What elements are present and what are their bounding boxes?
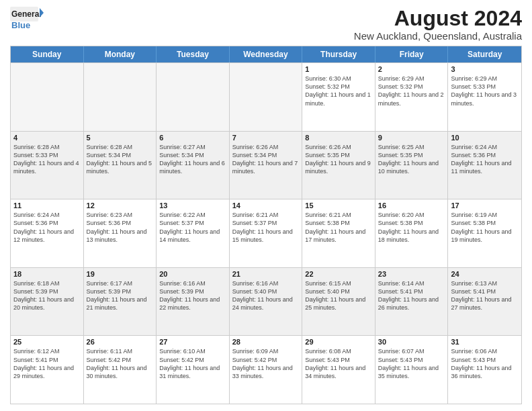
day-number: 21	[232, 270, 300, 278]
day-info: Sunrise: 6:09 AM Sunset: 5:42 PM Dayligh…	[232, 347, 300, 380]
svg-text:General: General	[11, 9, 42, 19]
day-cell-8: 8Sunrise: 6:26 AM Sunset: 5:35 PM Daylig…	[302, 132, 375, 199]
day-number: 11	[13, 201, 81, 210]
day-number: 16	[378, 201, 445, 210]
day-number: 7	[232, 134, 300, 142]
logo: General Blue	[10, 7, 44, 36]
day-number: 26	[87, 338, 154, 346]
day-cell-18: 18Sunrise: 6:18 AM Sunset: 5:39 PM Dayli…	[11, 268, 84, 336]
day-info: Sunrise: 6:08 AM Sunset: 5:43 PM Dayligh…	[305, 347, 372, 380]
day-cell-21: 21Sunrise: 6:16 AM Sunset: 5:40 PM Dayli…	[230, 268, 303, 336]
day-cell-6: 6Sunrise: 6:27 AM Sunset: 5:34 PM Daylig…	[157, 132, 230, 199]
logo-svg: General Blue	[10, 7, 44, 36]
header-day-tuesday: Tuesday	[157, 46, 230, 62]
day-number: 10	[451, 134, 519, 142]
day-info: Sunrise: 6:11 AM Sunset: 5:42 PM Dayligh…	[87, 347, 154, 380]
day-number: 22	[305, 270, 372, 278]
day-number: 13	[159, 201, 226, 210]
calendar-header-row: SundayMondayTuesdayWednesdayThursdayFrid…	[11, 46, 521, 62]
day-number: 2	[378, 65, 445, 73]
day-cell-31: 31Sunrise: 6:06 AM Sunset: 5:43 PM Dayli…	[448, 336, 521, 404]
day-number: 8	[305, 134, 372, 142]
day-info: Sunrise: 6:16 AM Sunset: 5:40 PM Dayligh…	[232, 279, 300, 312]
title-area: August 2024 New Auckland, Queensland, Au…	[354, 7, 522, 42]
header-day-wednesday: Wednesday	[230, 46, 303, 62]
day-number: 24	[451, 270, 519, 278]
day-info: Sunrise: 6:24 AM Sunset: 5:36 PM Dayligh…	[13, 211, 81, 244]
day-number: 17	[451, 201, 519, 210]
day-number: 3	[451, 65, 519, 73]
day-info: Sunrise: 6:22 AM Sunset: 5:37 PM Dayligh…	[159, 211, 226, 244]
empty-cell	[157, 63, 230, 131]
day-cell-12: 12Sunrise: 6:23 AM Sunset: 5:36 PM Dayli…	[84, 199, 157, 267]
calendar-row-4: 25Sunrise: 6:12 AM Sunset: 5:41 PM Dayli…	[11, 335, 521, 404]
day-info: Sunrise: 6:29 AM Sunset: 5:32 PM Dayligh…	[378, 75, 445, 107]
day-info: Sunrise: 6:18 AM Sunset: 5:39 PM Dayligh…	[13, 279, 81, 312]
day-number: 30	[378, 338, 445, 346]
day-number: 31	[451, 338, 519, 346]
day-number: 25	[13, 338, 81, 346]
empty-cell	[84, 63, 157, 131]
day-cell-23: 23Sunrise: 6:14 AM Sunset: 5:41 PM Dayli…	[375, 268, 449, 336]
day-info: Sunrise: 6:12 AM Sunset: 5:41 PM Dayligh…	[13, 347, 81, 380]
empty-cell	[11, 63, 84, 131]
day-cell-5: 5Sunrise: 6:28 AM Sunset: 5:34 PM Daylig…	[84, 132, 157, 199]
page: General Blue August 2024 New Auckland, Q…	[0, 0, 532, 411]
day-info: Sunrise: 6:24 AM Sunset: 5:36 PM Dayligh…	[451, 143, 519, 176]
day-cell-24: 24Sunrise: 6:13 AM Sunset: 5:41 PM Dayli…	[448, 268, 521, 336]
day-number: 6	[159, 134, 226, 142]
day-cell-15: 15Sunrise: 6:21 AM Sunset: 5:38 PM Dayli…	[302, 199, 375, 267]
day-cell-20: 20Sunrise: 6:16 AM Sunset: 5:39 PM Dayli…	[157, 268, 230, 336]
day-number: 23	[378, 270, 445, 278]
day-cell-4: 4Sunrise: 6:28 AM Sunset: 5:33 PM Daylig…	[11, 132, 84, 199]
day-cell-2: 2Sunrise: 6:29 AM Sunset: 5:32 PM Daylig…	[375, 63, 449, 131]
day-info: Sunrise: 6:19 AM Sunset: 5:38 PM Dayligh…	[451, 211, 519, 244]
day-number: 1	[305, 65, 372, 73]
day-cell-29: 29Sunrise: 6:08 AM Sunset: 5:43 PM Dayli…	[302, 336, 375, 404]
day-info: Sunrise: 6:25 AM Sunset: 5:35 PM Dayligh…	[378, 143, 445, 176]
header: General Blue August 2024 New Auckland, Q…	[10, 7, 522, 42]
day-cell-7: 7Sunrise: 6:26 AM Sunset: 5:34 PM Daylig…	[230, 132, 303, 199]
day-cell-22: 22Sunrise: 6:15 AM Sunset: 5:40 PM Dayli…	[302, 268, 375, 336]
day-info: Sunrise: 6:20 AM Sunset: 5:38 PM Dayligh…	[378, 211, 445, 244]
day-info: Sunrise: 6:14 AM Sunset: 5:41 PM Dayligh…	[378, 279, 445, 312]
day-number: 12	[87, 201, 154, 210]
day-cell-28: 28Sunrise: 6:09 AM Sunset: 5:42 PM Dayli…	[230, 336, 303, 404]
calendar-row-3: 18Sunrise: 6:18 AM Sunset: 5:39 PM Dayli…	[11, 267, 521, 336]
day-info: Sunrise: 6:17 AM Sunset: 5:39 PM Dayligh…	[87, 279, 154, 312]
day-info: Sunrise: 6:13 AM Sunset: 5:41 PM Dayligh…	[451, 279, 519, 312]
day-info: Sunrise: 6:29 AM Sunset: 5:33 PM Dayligh…	[451, 75, 519, 107]
day-number: 18	[13, 270, 81, 278]
day-info: Sunrise: 6:21 AM Sunset: 5:37 PM Dayligh…	[232, 211, 300, 244]
header-day-friday: Friday	[375, 46, 449, 62]
calendar-row-2: 11Sunrise: 6:24 AM Sunset: 5:36 PM Dayli…	[11, 199, 521, 267]
day-cell-19: 19Sunrise: 6:17 AM Sunset: 5:39 PM Dayli…	[84, 268, 157, 336]
day-cell-14: 14Sunrise: 6:21 AM Sunset: 5:37 PM Dayli…	[230, 199, 303, 267]
day-info: Sunrise: 6:27 AM Sunset: 5:34 PM Dayligh…	[159, 143, 226, 176]
day-info: Sunrise: 6:26 AM Sunset: 5:35 PM Dayligh…	[305, 143, 372, 176]
day-cell-26: 26Sunrise: 6:11 AM Sunset: 5:42 PM Dayli…	[84, 336, 157, 404]
calendar-row-0: 1Sunrise: 6:30 AM Sunset: 5:32 PM Daylig…	[11, 62, 521, 131]
day-cell-17: 17Sunrise: 6:19 AM Sunset: 5:38 PM Dayli…	[448, 199, 521, 267]
day-info: Sunrise: 6:10 AM Sunset: 5:42 PM Dayligh…	[159, 347, 226, 380]
day-cell-1: 1Sunrise: 6:30 AM Sunset: 5:32 PM Daylig…	[302, 63, 375, 131]
day-cell-13: 13Sunrise: 6:22 AM Sunset: 5:37 PM Dayli…	[157, 199, 230, 267]
day-info: Sunrise: 6:07 AM Sunset: 5:43 PM Dayligh…	[378, 347, 445, 380]
day-number: 29	[305, 338, 372, 346]
day-info: Sunrise: 6:06 AM Sunset: 5:43 PM Dayligh…	[451, 347, 519, 380]
day-cell-3: 3Sunrise: 6:29 AM Sunset: 5:33 PM Daylig…	[448, 63, 521, 131]
day-number: 19	[87, 270, 154, 278]
day-info: Sunrise: 6:30 AM Sunset: 5:32 PM Dayligh…	[305, 75, 372, 107]
day-cell-30: 30Sunrise: 6:07 AM Sunset: 5:43 PM Dayli…	[375, 336, 449, 404]
day-info: Sunrise: 6:16 AM Sunset: 5:39 PM Dayligh…	[159, 279, 226, 312]
day-number: 27	[159, 338, 226, 346]
day-number: 9	[378, 134, 445, 142]
day-info: Sunrise: 6:26 AM Sunset: 5:34 PM Dayligh…	[232, 143, 300, 176]
svg-marker-3	[40, 8, 44, 17]
day-cell-10: 10Sunrise: 6:24 AM Sunset: 5:36 PM Dayli…	[448, 132, 521, 199]
header-day-sunday: Sunday	[11, 46, 84, 62]
svg-text:Blue: Blue	[11, 20, 30, 30]
subtitle: New Auckland, Queensland, Australia	[354, 30, 522, 42]
day-number: 5	[87, 134, 154, 142]
calendar: SundayMondayTuesdayWednesdayThursdayFrid…	[10, 46, 522, 404]
